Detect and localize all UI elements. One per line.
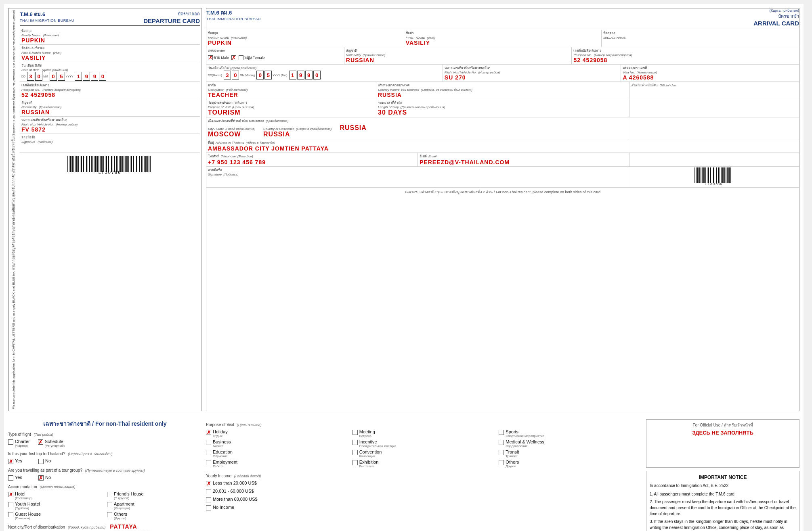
page: Please complete this application form in… [4,4,804,531]
arrival-sig-cell: ลายมือชื่อ Signature (Подпись) [206,167,628,187]
dob-dd-label: DD [21,75,25,78]
schedule-checkbox[interactable] [38,439,43,445]
tour-no-item: No [38,475,51,481]
flight-label-thai: หมายเลขเที่ยวบินหรือพาหนะอื่นๆ [21,117,198,123]
arrival-phone-cell: โทรศัพท์ Telephone (Телефон) +7 950 123 … [206,153,418,166]
exhibition-checkbox[interactable] [352,460,358,465]
arr-board-thai: เดินทางมาจากประเทศ [378,83,627,88]
arr-visa-ru: (Номер визы) [636,71,657,74]
guest-house-item: Guest House (Пансион) [8,512,103,520]
arrival-header-left: T.M.6 ตม.6 THAI IMMIGRATION BUREAU [206,8,261,21]
employment-item: Employment Работа [206,460,349,468]
first-trip-yes-checkbox[interactable] [8,459,13,464]
arr-dob-ru: (Дата рождения) [230,66,256,70]
arrival-dob-row: วัน-เดือน-ปีเกิด (Дата рождения) DD(Числ… [206,65,799,82]
tour-no-checkbox[interactable] [38,475,44,481]
holiday-label-group: Holiday Отдых [213,429,228,438]
svg-rect-17 [94,156,94,172]
arr-purpose-value: TOURISM [208,109,374,116]
gender-male-x: ✗ [231,55,236,60]
arr-mm-label: MM(Месяц) [240,74,255,77]
education-label-group: Education Обучение [213,449,233,458]
arr-city-ru: (Город проживания) [225,127,255,131]
transit-label-group: Transit Транзит [506,449,519,458]
arr-dob-thai: วัน-เดือน-ปีเกิด [208,65,229,71]
departure-signature-cell: ลายมือชื่อ Signature (Подпись) [20,134,200,153]
others-purpose-label-group: Others Другое [506,460,519,468]
departure-card-header: T.M.6 ตม.6 THAI IMMIGRATION BUREAU บัตรข… [20,10,200,26]
arr-purpose-ru: (Цель визита) [232,105,254,109]
youth-hostel-checkbox[interactable] [8,502,13,507]
nationality-label-ru: (Гражданство) [39,105,61,109]
tour-yes-checkbox[interactable] [8,475,13,481]
income-more-60-checkbox[interactable] [206,497,211,502]
holiday-checkbox[interactable] [206,430,211,435]
meeting-checkbox[interactable] [352,430,358,435]
first-trip-no-checkbox[interactable] [38,459,44,464]
income-20-60-checkbox[interactable] [206,489,211,494]
svg-rect-59 [701,167,701,183]
income-none-checkbox[interactable] [206,505,211,510]
transit-checkbox[interactable] [499,450,504,455]
employment-checkbox[interactable] [206,460,211,465]
svg-rect-44 [136,156,137,172]
arrival-barcode-svg: LT30786 [694,167,734,186]
incentive-checkbox[interactable] [352,440,358,445]
arr-res-country-group: RUSSIA [340,124,366,132]
dob-m2: 5 [58,72,65,81]
arrival-name-row: ชื่อสกุล FAMILY NAME (Фамилия) PUPKIN ชื… [206,30,799,47]
svg-rect-9 [81,156,82,172]
svg-rect-56 [696,167,697,183]
departure-header-left: T.M.6 ตม.6 THAI IMMIGRATION BUREAU [20,10,74,23]
guest-house-checkbox[interactable] [8,512,13,517]
flight-type-label: Type of flight (Тип рейса) [8,432,202,437]
svg-rect-47 [141,156,142,172]
convention-checkbox[interactable] [352,450,358,455]
departure-barcode-area: LT30786 [20,153,200,177]
arrival-email-cell: อีเมล์ Email PEREEZD@V-THAILAND.COM [418,153,629,166]
arr-first-en: FIRST NAME [406,36,425,40]
arr-nat-ru: (Гражданство) [363,53,385,57]
first-trip-options: Yes No [8,458,202,464]
arr-board-value: RUSSIA [378,92,627,98]
charter-label: Charter (Чартер) [15,439,30,447]
arr-phone-thai: โทรศัพท์ [208,154,219,159]
flight-label-en: Flight No./ Vehicle No. [21,123,53,126]
others-accomm-checkbox[interactable] [107,512,112,517]
arrival-middle-name-cell: ชื่อกลาง MIDDLE NAME [602,30,799,47]
charter-checkbox[interactable] [8,439,13,445]
departure-first-name-cell: ชื่อตัวและชื่อรอง First & Middle Name (И… [20,45,200,62]
medical-checkbox[interactable] [499,440,504,445]
departure-barcode-svg: LT30786 [65,156,154,174]
dob-d1: 3 [27,72,34,81]
arr-official-label: สำหรับเจ้าหน้าที่/For Official Use [631,83,797,88]
svg-rect-40 [130,156,130,172]
exhibition-item: Exhibition Выставка [352,460,496,468]
dob-yyyy-label: YYYY [66,75,73,78]
arr-dob-m2: 5 [264,71,272,79]
others-purpose-checkbox[interactable] [499,460,504,465]
passport-label-en: Passport No. [21,88,40,92]
arr-nat-en: Nationality [346,53,361,57]
sports-checkbox[interactable] [499,430,504,435]
convention-label-group: Convention Конвенция [359,449,382,458]
tour-yes-item: Yes [8,475,22,481]
flight-type-options: Charter (Чартер) Schedule (Регулярный) [8,439,202,447]
friends-house-checkbox[interactable] [107,492,112,497]
family-name-label-thai: ชื่อสกุล [21,28,198,33]
departure-dob-row: วัน-เดือน-ปีเกิด Date of Birth (Дата рож… [20,62,200,82]
gender-male-checkbox [208,55,213,60]
apartment-checkbox[interactable] [107,502,112,507]
gender-female-item: หญิง Female [239,55,265,61]
guest-house-label-group: Guest House (Пансион) [15,512,41,520]
arr-length-ru: (Длительность пребывания) [401,105,445,109]
arr-purpose-en: Purpose of Visit [208,105,231,109]
education-checkbox[interactable] [206,450,211,455]
incentive-label-group: Incentive Поощрительная поездка [359,439,397,448]
income-less-20-checkbox[interactable] [206,481,211,486]
passport-label-thai: เลขที่หนังสือเดินทาง [21,83,198,88]
nationality-label-en: Nationality [21,105,36,109]
business-checkbox[interactable] [206,440,211,445]
hotel-checkbox[interactable] [8,492,13,497]
passport-value: 52 4529058 [21,92,198,98]
